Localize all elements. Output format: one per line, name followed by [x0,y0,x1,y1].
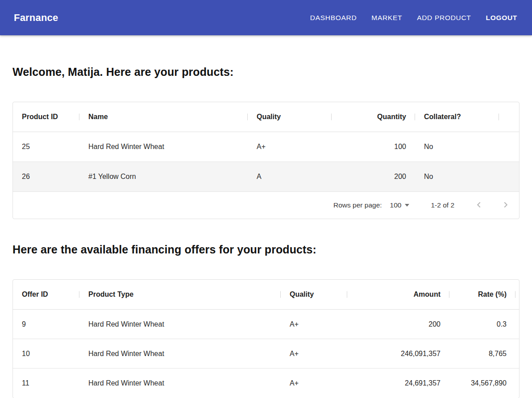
cell-rate: 34,567,890 [449,369,515,398]
chevron-left-icon [474,200,484,211]
cell-rate: 8,765 [449,339,515,368]
table-row[interactable]: 26 #1 Yellow Corn A 200 No [13,162,519,192]
brand-logo[interactable]: Farnance [14,12,58,24]
cell-quantity: 200 [332,162,415,191]
app-bar: Farnance DASHBOARD MARKET ADD PRODUCT LO… [0,0,532,35]
cell-amount: 24,691,357 [347,369,449,398]
cell-offer-id: 9 [13,310,79,339]
pagination-bar: Rows per page: 100 1-2 of 2 [13,192,519,219]
previous-page-button[interactable] [470,196,488,214]
column-header-offer-id[interactable]: Offer ID [13,280,79,309]
cell-product-type: Hard Red Winter Wheat [79,339,281,368]
cell-name: #1 Yellow Corn [79,162,248,191]
header-filler [515,280,519,309]
caret-down-icon [405,204,409,209]
main-nav: DASHBOARD MARKET ADD PRODUCT LOGOUT [310,14,517,22]
products-table: Product ID Name Quality Quantity Collate… [12,102,520,219]
offers-table: Offer ID Product Type Quality Amount Rat… [12,279,520,398]
offers-heading: Here are the available financing offers … [12,243,520,256]
cell-amount: 200 [347,310,449,339]
products-heading: Welcome, Matija. Here are your products: [12,65,520,79]
cell-amount: 246,091,357 [347,339,449,368]
column-header-quality[interactable]: Quality [281,280,347,309]
header-filler [499,102,519,132]
cell-product-type: Hard Red Winter Wheat [79,369,281,398]
column-header-collateral[interactable]: Collateral? [415,102,499,132]
column-header-product-type[interactable]: Product Type [79,280,281,309]
table-row[interactable]: 10 Hard Red Winter Wheat A+ 246,091,357 … [13,339,519,369]
cell-quality: A [248,162,332,191]
cell-rate: 0.3 [449,310,515,339]
column-header-quality[interactable]: Quality [248,102,332,132]
next-page-button[interactable] [497,196,515,214]
rows-per-page-value: 100 [390,201,402,209]
table-row[interactable]: 9 Hard Red Winter Wheat A+ 200 0.3 [13,310,519,339]
column-header-product-id[interactable]: Product ID [13,102,79,132]
column-header-name[interactable]: Name [79,102,248,132]
cell-quantity: 100 [332,132,415,162]
cell-offer-id: 10 [13,339,79,368]
cell-product-type: Hard Red Winter Wheat [79,310,281,339]
cell-product-id: 25 [13,132,79,162]
pagination-range: 1-2 of 2 [431,201,454,209]
rows-per-page-select[interactable]: 100 [390,201,410,209]
table-row[interactable]: 25 Hard Red Winter Wheat A+ 100 No [13,132,519,162]
page-content: Welcome, Matija. Here are your products:… [0,35,532,398]
products-table-header: Product ID Name Quality Quantity Collate… [13,102,519,132]
nav-market[interactable]: MARKET [371,14,402,22]
cell-quality: A+ [281,310,347,339]
cell-collateral: No [415,162,499,191]
cell-quality: A+ [248,132,332,162]
cell-quality: A+ [281,339,347,368]
column-header-amount[interactable]: Amount [347,280,449,309]
cell-offer-id: 11 [13,369,79,398]
nav-logout[interactable]: LOGOUT [486,14,518,22]
cell-name: Hard Red Winter Wheat [79,132,248,162]
column-header-rate[interactable]: Rate (%) [449,280,515,309]
table-row[interactable]: 11 Hard Red Winter Wheat A+ 24,691,357 3… [13,369,519,398]
cell-quality: A+ [281,369,347,398]
column-header-quantity[interactable]: Quantity [332,102,415,132]
cell-product-id: 26 [13,162,79,191]
nav-add-product[interactable]: ADD PRODUCT [417,14,471,22]
chevron-right-icon [501,200,511,211]
offers-table-header: Offer ID Product Type Quality Amount Rat… [13,280,519,310]
nav-dashboard[interactable]: DASHBOARD [310,14,357,22]
cell-collateral: No [415,132,499,162]
rows-per-page-label: Rows per page: [333,201,382,209]
